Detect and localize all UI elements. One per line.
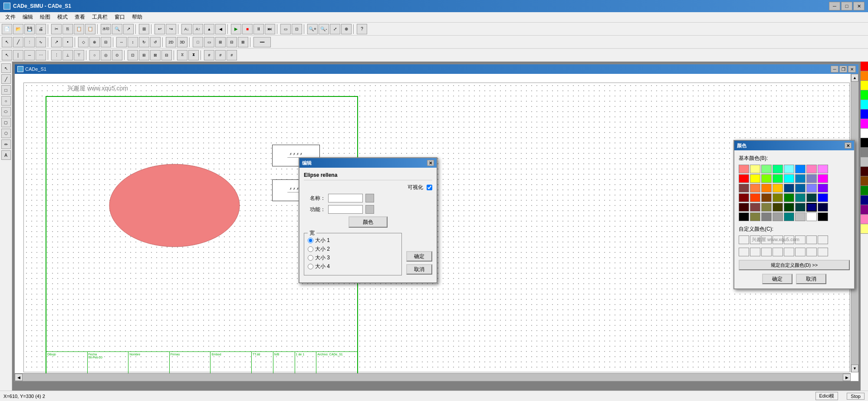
tool-text[interactable]: A	[1, 150, 11, 160]
custom-cell-6[interactable]	[795, 235, 806, 244]
palette-color-11[interactable]	[861, 167, 868, 176]
basic-color-cell-12[interactable]	[784, 174, 794, 183]
basic-color-cell-7[interactable]	[818, 165, 828, 173]
palette-color-7[interactable]	[861, 129, 868, 138]
basic-color-cell-42[interactable]	[761, 212, 772, 221]
tool-circle[interactable]: ○	[1, 96, 11, 106]
basic-color-cell-30[interactable]	[806, 193, 817, 202]
edit-ok-button[interactable]: 确定	[406, 251, 432, 262]
basic-color-cell-5[interactable]	[795, 165, 806, 173]
tb-help[interactable]: ?	[357, 24, 367, 34]
tb3-func1[interactable]: ⊡	[128, 50, 138, 60]
basic-color-cell-22[interactable]	[806, 184, 817, 192]
tb2-b5[interactable]: ⊠	[238, 37, 248, 47]
name-input[interactable]	[328, 194, 363, 202]
visibility-checkbox[interactable]	[427, 185, 432, 190]
tb-forward[interactable]: ⏭	[265, 24, 275, 34]
basic-color-cell-26[interactable]	[761, 193, 772, 202]
menu-view[interactable]: 查看	[71, 13, 89, 22]
size3-radio[interactable]	[308, 255, 313, 261]
tb3-contacts[interactable]: ⋅⋅⋅	[36, 50, 46, 60]
tb-zoom-area[interactable]: ⊕	[341, 24, 352, 34]
basic-color-cell-35[interactable]	[773, 203, 783, 212]
basic-color-cell-24[interactable]	[739, 193, 749, 202]
tb2-b4[interactable]: ⊟	[227, 37, 237, 47]
edit-dialog-close-btn[interactable]: ✕	[427, 160, 434, 166]
custom-cell-15[interactable]	[806, 248, 817, 256]
palette-color-14[interactable]	[861, 196, 868, 205]
basic-color-cell-46[interactable]	[806, 212, 817, 221]
tb-a2[interactable]: А↑	[193, 24, 203, 34]
tb3-nc2[interactable]: ⊥	[62, 50, 73, 60]
menu-toolbar[interactable]: 工具栏	[89, 13, 111, 22]
palette-color-9[interactable]	[861, 148, 868, 157]
tb2-line-w[interactable]: ━━	[253, 37, 271, 47]
tb-pause[interactable]: ⏸	[253, 24, 264, 34]
tb-zoom-out[interactable]: 🔍-	[319, 24, 329, 34]
size4-radio[interactable]	[308, 264, 313, 269]
basic-color-cell-3[interactable]	[773, 165, 783, 173]
color-button[interactable]: 颜色	[349, 216, 388, 228]
tb-paste2[interactable]: 📋	[85, 24, 95, 34]
status-stop[interactable]: Stop	[847, 393, 865, 400]
tb3-nc1[interactable]: ⋮	[51, 50, 62, 60]
tb3-coil1[interactable]: ○	[89, 50, 100, 60]
menu-help[interactable]: 帮助	[128, 13, 146, 22]
inner-restore-btn[interactable]: ❐	[839, 66, 847, 73]
tb3-coil3[interactable]: ⊙	[112, 50, 122, 60]
basic-color-cell-32[interactable]	[739, 203, 749, 212]
custom-cell-1[interactable]	[739, 235, 749, 244]
palette-color-10[interactable]	[861, 157, 868, 167]
tb-view2[interactable]: ⊡	[292, 24, 302, 34]
custom-cell-9[interactable]	[739, 248, 749, 256]
tb2-r1[interactable]: ↔	[116, 37, 127, 47]
tb3-cnt3[interactable]: #	[227, 50, 237, 60]
tb2-wave[interactable]: ∿	[36, 37, 46, 47]
menu-draw[interactable]: 绘图	[36, 13, 54, 22]
tb3-nc3[interactable]: ⊤	[74, 50, 84, 60]
tb-open[interactable]: 📂	[13, 24, 23, 34]
basic-color-cell-19[interactable]	[773, 184, 783, 192]
basic-color-cell-28[interactable]	[784, 193, 794, 202]
color-dialog-close-btn[interactable]: ✕	[845, 143, 852, 149]
tb-cursor[interactable]: ↗	[123, 24, 134, 34]
tb2-3d[interactable]: 3D	[177, 37, 187, 47]
tool-polygon[interactable]: ⬡	[1, 129, 11, 138]
custom-cell-3[interactable]	[761, 235, 772, 244]
function-input[interactable]	[328, 205, 363, 214]
tool-rect[interactable]: □	[1, 85, 11, 95]
tb3-func3[interactable]: ⊠	[150, 50, 161, 60]
basic-color-cell-31[interactable]	[818, 193, 828, 202]
palette-color-4[interactable]	[861, 100, 868, 109]
basic-color-cell-36[interactable]	[784, 203, 794, 212]
custom-cell-12[interactable]	[773, 248, 783, 256]
basic-color-cell-45[interactable]	[795, 212, 806, 221]
basic-color-cell-34[interactable]	[761, 203, 772, 212]
basic-color-cell-27[interactable]	[773, 193, 783, 202]
tb-print[interactable]: 🖨	[36, 24, 46, 34]
basic-color-cell-1[interactable]	[750, 165, 760, 173]
tb3-coil2[interactable]: ◎	[101, 50, 111, 60]
size1-radio[interactable]	[308, 238, 313, 243]
custom-cell-2[interactable]	[750, 235, 760, 244]
custom-cell-5[interactable]	[784, 235, 794, 244]
tb3-cnt1[interactable]: #	[204, 50, 214, 60]
custom-cell-4[interactable]	[773, 235, 783, 244]
tb2-r4[interactable]: ↺	[150, 37, 161, 47]
basic-color-cell-18[interactable]	[761, 184, 772, 192]
tb2-b1[interactable]: □	[193, 37, 203, 47]
tb3-hline[interactable]: ─	[24, 50, 35, 60]
basic-color-cell-47[interactable]	[818, 212, 828, 221]
inner-minimize-btn[interactable]: ─	[831, 66, 838, 73]
basic-color-cell-0[interactable]	[739, 165, 749, 173]
tb-zoom-in[interactable]: 🔍+	[307, 24, 318, 34]
palette-color-12[interactable]	[861, 176, 868, 186]
tb-view1[interactable]: ▭	[280, 24, 291, 34]
basic-color-cell-23[interactable]	[818, 184, 828, 192]
scroll-down-btn[interactable]: ▼	[851, 365, 858, 372]
tb2-multi[interactable]: ⋮	[24, 37, 35, 47]
custom-cell-13[interactable]	[784, 248, 794, 256]
palette-color-0[interactable]	[861, 62, 868, 71]
inner-close-btn[interactable]: ✕	[848, 66, 856, 73]
tb2-b2[interactable]: ▭	[204, 37, 214, 47]
